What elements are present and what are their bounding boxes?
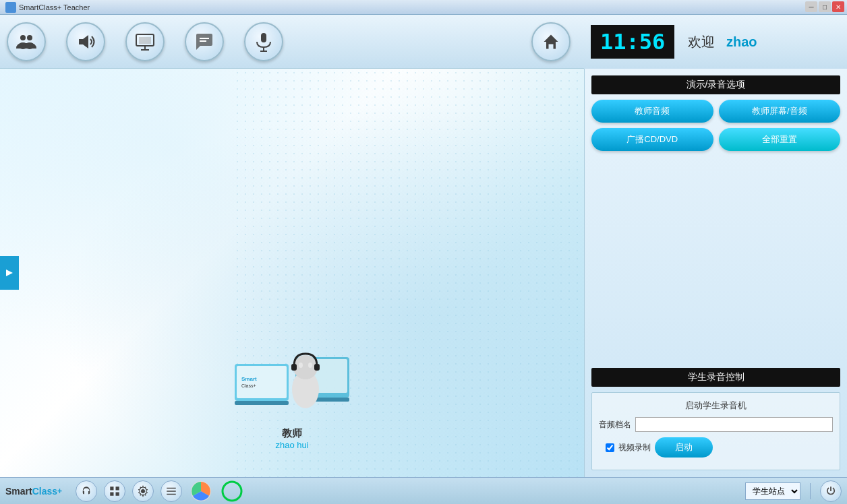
welcome-message: 欢迎 zhao xyxy=(688,33,757,51)
screen-button[interactable] xyxy=(125,22,165,61)
svg-rect-8 xyxy=(139,37,151,44)
filename-row: 音频档名 xyxy=(599,417,833,432)
volume-button[interactable] xyxy=(66,22,105,61)
svg-text:Smart: Smart xyxy=(241,376,257,382)
taskbar-grid-button[interactable] xyxy=(104,480,125,502)
recording-body: 启动学生录音机 音频档名 视频录制 启动 xyxy=(591,392,840,470)
svg-point-30 xyxy=(308,363,312,368)
right-panel: 演示/录音选项 教师音频 教师屏幕/音频 广播CD/DVD 全部重置 学生录音控… xyxy=(584,69,847,477)
window-controls: ─ □ ✕ xyxy=(805,1,844,12)
recording-subtitle: 启动学生录音机 xyxy=(599,400,833,412)
home-button[interactable] xyxy=(531,22,571,61)
taskbar-divider xyxy=(810,483,811,499)
minimize-button[interactable]: ─ xyxy=(805,1,817,12)
title-text: SmartClass+ Teacher xyxy=(19,3,90,11)
svg-point-29 xyxy=(299,363,303,368)
teacher-name: zhao hui xyxy=(275,440,308,450)
teacher-area: Smart Class+ xyxy=(231,344,353,450)
svg-rect-16 xyxy=(237,366,287,398)
start-recording-button[interactable]: 启动 xyxy=(655,437,713,458)
svg-rect-27 xyxy=(291,364,297,371)
svg-rect-28 xyxy=(314,364,320,371)
svg-rect-36 xyxy=(167,491,176,492)
student-select[interactable]: 学生站点 xyxy=(745,482,800,500)
right-panel-spacer xyxy=(591,162,840,363)
close-button[interactable]: ✕ xyxy=(832,1,844,12)
demo-header: 演示/录音选项 xyxy=(591,75,840,94)
taskbar-status-button[interactable] xyxy=(220,479,244,503)
logo-class-text: Class xyxy=(32,486,57,497)
chat-button[interactable] xyxy=(185,22,224,61)
app-taskbar: SmartClass+ xyxy=(0,477,847,504)
svg-point-26 xyxy=(293,355,318,379)
main-area: Smart Class+ xyxy=(0,69,847,477)
video-record-checkbox[interactable] xyxy=(606,443,614,452)
taskbar-list-button[interactable] xyxy=(160,480,182,502)
svg-marker-4 xyxy=(79,35,88,49)
teacher-label: 教师 xyxy=(282,427,302,440)
app-icon xyxy=(5,2,16,13)
svg-rect-20 xyxy=(235,401,289,405)
title-bar: SmartClass+ Teacher ─ □ ✕ xyxy=(0,0,847,15)
user-name: zhao xyxy=(726,34,757,49)
left-content: Smart Class+ xyxy=(0,69,584,477)
svg-point-1 xyxy=(27,35,32,40)
power-button[interactable] xyxy=(820,480,842,502)
reset-all-button[interactable]: 全部重置 xyxy=(719,128,841,151)
taskbar-headset-button[interactable] xyxy=(76,480,97,502)
svg-point-3 xyxy=(25,42,34,49)
recording-header: 学生录音控制 xyxy=(591,368,840,387)
svg-point-39 xyxy=(223,482,241,501)
teacher-illustration: Smart Class+ xyxy=(231,344,353,424)
students-button[interactable] xyxy=(7,22,46,61)
taskbar-settings-button[interactable] xyxy=(132,480,154,502)
teacher-screen-button[interactable]: 教师屏幕/音频 xyxy=(719,100,841,123)
app-logo: SmartClass+ xyxy=(5,486,62,497)
teacher-audio-button[interactable]: 教师音频 xyxy=(591,100,713,123)
clock-display: 11:56 xyxy=(591,25,674,59)
svg-marker-14 xyxy=(6,270,13,276)
svg-rect-37 xyxy=(167,493,176,495)
svg-rect-32 xyxy=(116,486,119,490)
video-record-row: 视频录制 启动 xyxy=(599,437,833,458)
toolbar: 11:56 欢迎 zhao xyxy=(0,15,847,69)
recording-section: 学生录音控制 启动学生录音机 音频档名 视频录制 启动 xyxy=(591,368,840,470)
video-record-label: 视频录制 xyxy=(618,442,651,453)
filename-input[interactable] xyxy=(635,417,833,432)
maximize-button[interactable]: □ xyxy=(819,1,831,12)
svg-rect-33 xyxy=(110,492,113,495)
logo-smart-text: Smart xyxy=(5,486,32,497)
panel-toggle-arrow[interactable] xyxy=(0,256,19,290)
demo-section: 演示/录音选项 教师音频 教师屏幕/音频 广播CD/DVD 全部重置 xyxy=(591,75,840,156)
svg-point-0 xyxy=(20,35,26,40)
taskbar-chart-button[interactable] xyxy=(189,479,213,503)
clock-welcome-area: 11:56 欢迎 zhao xyxy=(584,15,847,69)
svg-rect-31 xyxy=(110,486,113,490)
mic-button[interactable] xyxy=(244,22,283,61)
svg-rect-11 xyxy=(261,33,266,42)
svg-text:Class+: Class+ xyxy=(241,383,256,388)
welcome-label: 欢迎 xyxy=(688,34,715,49)
demo-buttons: 教师音频 教师屏幕/音频 广播CD/DVD 全部重置 xyxy=(591,100,840,151)
filename-label: 音频档名 xyxy=(599,419,631,431)
svg-rect-34 xyxy=(116,492,119,495)
broadcast-cd-button[interactable]: 广播CD/DVD xyxy=(591,128,713,151)
svg-rect-35 xyxy=(167,487,176,489)
logo-plus-text: + xyxy=(57,486,62,496)
